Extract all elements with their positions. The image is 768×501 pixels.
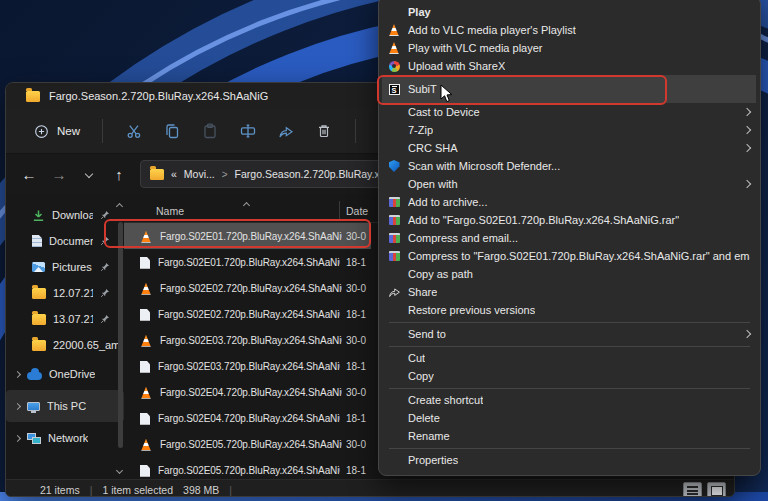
- sidebar-item-documents[interactable]: Documents: [6, 228, 124, 254]
- pin-icon: [100, 210, 110, 220]
- menu-item-add-to-archive[interactable]: Add to archive...: [379, 193, 760, 211]
- folder-icon: [32, 340, 46, 351]
- subit-icon: [389, 84, 400, 95]
- scroll-down-icon[interactable]: [116, 467, 123, 474]
- new-button-label: New: [57, 125, 80, 137]
- submenu-chevron-icon: [743, 126, 751, 134]
- share-icon: [278, 124, 294, 139]
- column-header-date[interactable]: Date: [346, 205, 368, 217]
- menu-item-subit[interactable]: SubiT: [379, 75, 760, 103]
- menu-item-copy-as-path[interactable]: Copy as path: [379, 265, 760, 283]
- menu-item-properties[interactable]: Properties: [379, 451, 760, 469]
- file-date: 30-0: [346, 283, 366, 294]
- menu-item-copy[interactable]: Copy: [379, 367, 760, 385]
- sidebar-item-this-pc[interactable]: This PC: [6, 390, 124, 422]
- sidebar-item-label: Pictures: [52, 261, 92, 273]
- scroll-up-icon[interactable]: [116, 203, 123, 210]
- vlc-cone-icon: [140, 387, 152, 399]
- column-header-name[interactable]: Name: [156, 205, 184, 217]
- up-button[interactable]: ↑: [106, 161, 132, 187]
- submenu-chevron-icon: [743, 144, 751, 152]
- sidebar-item-13-07-21[interactable]: 13.07.21: [6, 306, 124, 332]
- file-name: Fargo.S02E01.720p.BluRay.x264.ShAaNiG...…: [158, 257, 340, 268]
- menu-item-play-with-vlc-media-player[interactable]: Play with VLC media player: [379, 39, 760, 57]
- copy-button[interactable]: [153, 115, 191, 147]
- rename-icon: [240, 123, 256, 139]
- sidebar-item-label: Network: [48, 432, 88, 444]
- sidebar-item-12-07-21[interactable]: 12.07.21: [6, 280, 124, 306]
- menu-item-crc-sha[interactable]: CRC SHA: [379, 139, 760, 157]
- menu-item-label: Add to VLC media player's Playlist: [408, 24, 576, 36]
- menu-separator: [379, 385, 760, 391]
- back-button[interactable]: ←: [16, 161, 42, 187]
- details-view-button[interactable]: [683, 482, 702, 497]
- scissors-icon: [126, 123, 142, 139]
- new-button[interactable]: New: [24, 118, 90, 145]
- sidebar-item-22000-65-am[interactable]: 22000.65_am: [6, 332, 124, 358]
- menu-item-upload-with-sharex[interactable]: Upload with ShareX: [379, 57, 760, 75]
- forward-button[interactable]: →: [46, 161, 72, 187]
- toolbar-divider: [102, 119, 103, 143]
- paste-button[interactable]: [191, 115, 229, 147]
- menu-item-7-zip[interactable]: 7-Zip: [379, 121, 760, 139]
- menu-item-play[interactable]: Play: [379, 3, 760, 21]
- sidebar-item-label: Documents: [49, 235, 93, 247]
- large-icons-view-button[interactable]: [707, 482, 726, 497]
- column-divider[interactable]: [339, 201, 340, 220]
- folder-icon: [32, 314, 46, 325]
- menu-item-cast-to-device[interactable]: Cast to Device: [379, 103, 760, 121]
- file-name: Fargo.S02E03.720p.BluRay.x264.ShAaNiG: [160, 335, 342, 346]
- menu-item-add-to-fargo-s02e01-720p-bluray-x264-shaanig-rar[interactable]: Add to "Fargo.S02E01.720p.BluRay.x264.Sh…: [379, 211, 760, 229]
- scrollbar-thumb[interactable]: [118, 222, 123, 448]
- menu-item-label: Create shortcut: [408, 394, 483, 406]
- breadcrumb-parent[interactable]: Movi...: [184, 168, 215, 180]
- sidebar-item-onedrive[interactable]: OneDrive: [6, 358, 124, 390]
- recent-locations-button[interactable]: [76, 161, 102, 187]
- view-toggles: [683, 482, 726, 497]
- vlc-cone-icon: [140, 439, 152, 451]
- menu-item-label: Copy: [408, 370, 434, 382]
- menu-item-open-with[interactable]: Open with: [379, 175, 760, 193]
- pictures-icon: [32, 262, 45, 272]
- selection-count: 1 item selected: [102, 484, 173, 496]
- menu-item-compress-and-email[interactable]: Compress and email...: [379, 229, 760, 247]
- subtitle-file-icon: [140, 309, 150, 321]
- plus-circle-icon: [34, 124, 49, 139]
- subtitle-file-icon: [140, 361, 150, 373]
- sidebar-item-pictures[interactable]: Pictures: [6, 254, 124, 280]
- rename-button[interactable]: [229, 115, 267, 147]
- menu-item-label: SubiT: [408, 83, 437, 95]
- breadcrumb-overflow[interactable]: «: [171, 168, 177, 180]
- cut-button[interactable]: [115, 115, 153, 147]
- expand-chevron-icon[interactable]: [14, 402, 21, 409]
- file-name: Fargo.S02E05.720p.BluRay.x264.ShAaNiG...…: [158, 465, 340, 476]
- menu-item-cut[interactable]: Cut: [379, 349, 760, 367]
- winrar-icon: [389, 233, 400, 243]
- menu-item-compress-to-fargo-s02e01-720p-bluray-x264-shaanig-rar-and-email[interactable]: Compress to "Fargo.S02E01.720p.BluRay.x2…: [379, 247, 760, 265]
- vlc-cone-icon: [140, 335, 152, 347]
- file-date: 18-1: [346, 465, 366, 476]
- sidebar-item-downloads[interactable]: Downloads: [6, 202, 124, 228]
- expand-chevron-icon[interactable]: [14, 434, 21, 441]
- context-menu: PlayAdd to VLC media player's PlaylistPl…: [378, 0, 761, 476]
- documents-icon: [32, 235, 42, 247]
- share-button[interactable]: [267, 115, 305, 147]
- delete-button[interactable]: [305, 115, 343, 147]
- menu-item-share[interactable]: Share: [379, 283, 760, 301]
- this-pc-icon: [27, 402, 40, 411]
- menu-item-create-shortcut[interactable]: Create shortcut: [379, 391, 760, 409]
- defender-shield-icon: [389, 160, 400, 172]
- menu-item-label: Play with VLC media player: [408, 42, 543, 54]
- menu-item-scan-with-microsoft-defender[interactable]: Scan with Microsoft Defender...: [379, 157, 760, 175]
- sidebar-item-network[interactable]: Network: [6, 422, 124, 454]
- menu-item-delete[interactable]: Delete: [379, 409, 760, 427]
- expand-chevron-icon[interactable]: [14, 370, 21, 377]
- menu-item-add-to-vlc-media-player-s-playlist[interactable]: Add to VLC media player's Playlist: [379, 21, 760, 39]
- file-date: 30-0: [346, 231, 366, 242]
- menu-item-restore-previous-versions[interactable]: Restore previous versions: [379, 301, 760, 319]
- menu-item-label: Cut: [408, 352, 425, 364]
- menu-item-rename[interactable]: Rename: [379, 427, 760, 445]
- sidebar-item-label: Downloads: [52, 209, 93, 221]
- menu-item-label: Copy as path: [408, 268, 473, 280]
- menu-item-send-to[interactable]: Send to: [379, 325, 760, 343]
